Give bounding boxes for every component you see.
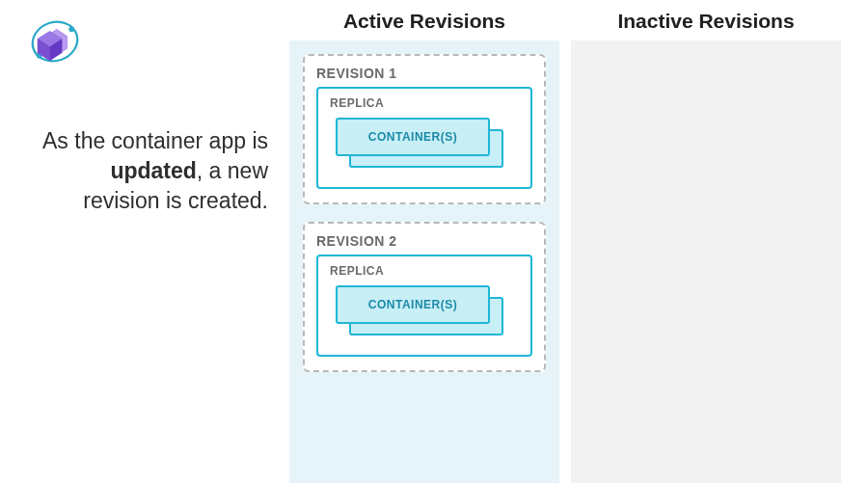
svg-point-1 [68,26,74,32]
container-card-front: CONTAINER(S) [336,118,490,156]
azure-container-apps-icon [27,13,83,73]
revision-columns: Active Revisions REVISION 1 REPLICA CONT… [289,0,868,483]
caption-bold: updated [110,158,196,183]
caption-text: As the container app is updated, a new r… [37,126,268,216]
replica-label: REPLICA [330,264,519,278]
caption-pre: As the container app is [42,128,268,153]
inactive-column-title: Inactive Revisions [571,0,841,40]
replica-box: REPLICA CONTAINER(S) [316,87,532,189]
revision-box: REVISION 1 REPLICA CONTAINER(S) [303,54,546,204]
revision-box: REVISION 2 REPLICA CONTAINER(S) [303,222,546,372]
active-revisions-panel: REVISION 1 REPLICA CONTAINER(S) REVISION [289,40,559,483]
active-revisions-column: Active Revisions REVISION 1 REPLICA CONT… [289,0,559,483]
container-label: CONTAINER(S) [368,298,457,311]
inactive-revisions-column: Inactive Revisions [571,0,841,483]
container-card-front: CONTAINER(S) [336,285,490,324]
container-stack: CONTAINER(S) [336,118,519,168]
active-column-title: Active Revisions [289,0,559,40]
revision-label: REVISION 1 [316,66,532,81]
container-stack: CONTAINER(S) [336,285,519,335]
replica-label: REPLICA [330,96,519,110]
replica-box: REPLICA CONTAINER(S) [316,255,532,357]
container-label: CONTAINER(S) [368,130,457,144]
revision-label: REVISION 2 [316,233,532,249]
diagram-root: As the container app is updated, a new r… [0,0,868,483]
left-column: As the container app is updated, a new r… [0,0,289,483]
inactive-revisions-panel [571,40,841,483]
